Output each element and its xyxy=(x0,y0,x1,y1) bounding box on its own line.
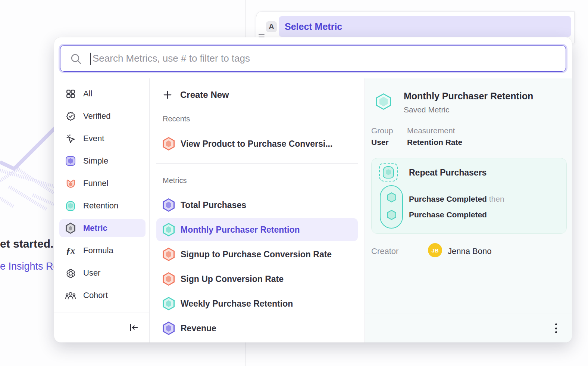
sidebar-item-label: Metric xyxy=(83,223,107,233)
metric-hexagon-icon xyxy=(163,198,175,212)
creator-avatar: JB xyxy=(428,243,442,257)
measurement-value: Retention Rate xyxy=(407,138,462,147)
metric-hexagon-icon xyxy=(163,297,175,310)
metric-item-weekly-purchase-retention[interactable]: Weekly Purchase Retention xyxy=(156,292,358,315)
select-metric-label: Select Metric xyxy=(285,21,342,32)
metric-properties: Group User Measurement Retention Rate xyxy=(371,126,462,147)
creator-name: Jenna Bono xyxy=(448,246,491,256)
metric-hexagon-icon xyxy=(163,223,175,236)
collapse-icon xyxy=(128,322,139,333)
event-hexagon-icon xyxy=(387,210,396,220)
insights-report-link[interactable]: e Insights Re xyxy=(0,261,55,272)
metric-hexagon-icon xyxy=(65,223,76,233)
event-step-2: Purchase Completed xyxy=(409,210,487,219)
metric-item-revenue[interactable]: Revenue xyxy=(156,317,358,340)
search-input[interactable] xyxy=(60,46,566,71)
search-box xyxy=(60,45,566,72)
creator-label: Creator xyxy=(371,246,398,256)
metric-item-label: View Product to Purchase Conversi... xyxy=(181,139,332,149)
sidebar-item-label: Cohort xyxy=(83,291,108,300)
sidebar-item-label: Simple xyxy=(83,156,108,166)
group-property: Group User xyxy=(371,126,398,147)
funnel-icon xyxy=(65,178,76,189)
plus-icon xyxy=(163,90,172,100)
sidebar-item-metric[interactable]: Metric xyxy=(59,219,146,237)
modal-body: All Verified xyxy=(54,78,572,342)
sidebar-item-label: Funnel xyxy=(83,179,108,188)
sidebar-item-verified[interactable]: Verified xyxy=(59,107,146,125)
sidebar-item-label: Event xyxy=(83,134,104,143)
retention-icon xyxy=(65,201,76,211)
metric-hexagon-icon xyxy=(163,248,175,261)
sidebar-item-label: User xyxy=(83,268,100,278)
metric-item-label: Revenue xyxy=(181,323,216,334)
user-icon xyxy=(65,268,76,278)
row-label-badge: A xyxy=(266,21,277,32)
behavior-name: Repeat Purchasers xyxy=(409,168,487,178)
create-new-label: Create New xyxy=(180,90,229,100)
metric-detail-hexagon-icon xyxy=(376,93,391,110)
metric-item-total-purchases[interactable]: Total Purchases xyxy=(156,193,358,217)
recents-label: Recents xyxy=(163,115,190,123)
collapse-sidebar-button[interactable] xyxy=(128,322,139,333)
sidebar-item-funnel[interactable]: Funnel xyxy=(59,174,146,192)
list-section-divider xyxy=(156,163,358,164)
sidebar-item-label: Verified xyxy=(83,111,110,121)
event-sequence-capsule xyxy=(380,185,403,229)
event-step-1: Purchase Completed then xyxy=(409,195,504,204)
metric-list: Create New Recents View Product to Purch… xyxy=(149,78,365,342)
sidebar-item-label: Retention xyxy=(83,201,118,211)
sidebar-item-user[interactable]: User xyxy=(59,264,146,282)
screen: et started. e Insights Re A Select Metri… xyxy=(0,0,588,366)
verified-badge-icon xyxy=(65,111,76,121)
sidebar-item-label: All xyxy=(83,89,92,99)
sidebar-item-retention[interactable]: Retention xyxy=(59,197,146,215)
metric-picker-modal: All Verified xyxy=(54,37,572,342)
metric-item-signup-conversion[interactable]: Sign Up Conversion Rate xyxy=(156,267,358,291)
metric-item-label: Signup to Purchase Conversion Rate xyxy=(181,249,332,260)
metric-item-label: Weekly Purchase Retention xyxy=(181,299,293,309)
measurement-property: Measurement Retention Rate xyxy=(407,126,462,147)
filter-sidebar: All Verified xyxy=(54,78,149,342)
sidebar-item-label: Formula xyxy=(83,246,113,255)
metric-item-label: Total Purchases xyxy=(181,200,246,210)
sidebar-item-cohort[interactable]: Cohort xyxy=(59,286,146,304)
repeat-purchasers-card: Repeat Purchasers Purchase Completed the… xyxy=(371,158,567,234)
metric-item-label: Monthly Purchaser Retention xyxy=(181,225,300,235)
metric-item-monthly-purchaser-retention[interactable]: Monthly Purchaser Retention xyxy=(156,218,358,241)
grid-icon xyxy=(65,89,76,99)
sidebar-item-formula[interactable]: ƒx Formula xyxy=(59,242,146,260)
create-new-button[interactable]: Create New xyxy=(163,86,229,104)
formula-icon: ƒx xyxy=(65,245,76,256)
metric-hexagon-icon xyxy=(163,272,175,286)
sidebar-item-event[interactable]: Event xyxy=(59,130,146,148)
metrics-label: Metrics xyxy=(163,176,187,185)
metric-detail-panel: Monthly Purchaser Retention Saved Metric… xyxy=(365,78,572,342)
event-cursor-icon xyxy=(65,133,76,144)
metric-hexagon-icon xyxy=(163,322,175,335)
group-label: Group xyxy=(371,126,398,135)
metric-detail-subtitle: Saved Metric xyxy=(404,105,450,114)
then-connector: then xyxy=(489,195,504,203)
event-hexagon-icon xyxy=(387,192,396,202)
sidebar-footer-divider xyxy=(54,313,149,313)
sidebar-item-simple[interactable]: Simple xyxy=(59,152,146,170)
group-value: User xyxy=(371,138,398,147)
detail-footer-divider xyxy=(365,313,572,313)
measurement-label: Measurement xyxy=(407,126,462,135)
metric-item-signup-to-purchase[interactable]: Signup to Purchase Conversion Rate xyxy=(156,243,358,266)
recent-metric-item[interactable]: View Product to Purchase Conversi... xyxy=(156,132,358,155)
behavior-icon xyxy=(379,163,398,182)
funnel-metric-hexagon-icon xyxy=(163,137,175,151)
metric-item-label: Sign Up Conversion Rate xyxy=(181,274,284,284)
metric-detail-title: Monthly Purchaser Retention xyxy=(404,91,533,102)
more-options-button[interactable] xyxy=(555,323,557,333)
simple-metric-icon xyxy=(65,156,76,166)
cohort-icon xyxy=(65,290,76,301)
select-metric-button[interactable]: Select Metric xyxy=(279,16,571,37)
get-started-text: et started. xyxy=(0,238,55,250)
sidebar-item-all[interactable]: All xyxy=(59,85,146,103)
